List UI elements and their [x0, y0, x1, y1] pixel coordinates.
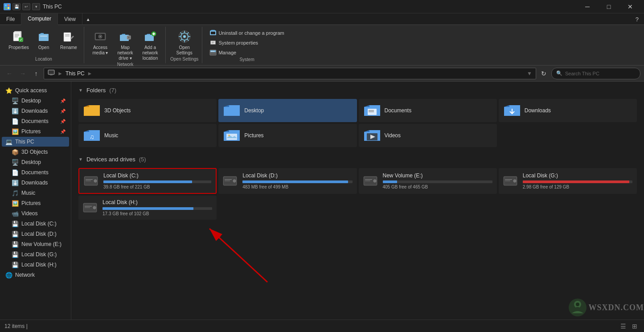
up-button[interactable]: ↑ [30, 68, 42, 79]
drives-title: Devices and drives [86, 156, 135, 163]
properties-button[interactable]: ✓ Properties [7, 29, 30, 51]
sidebar-videos-label: Videos [21, 210, 66, 217]
open-label: Open [38, 45, 49, 50]
forward-button[interactable]: → [17, 68, 29, 79]
svg-text:♫: ♫ [90, 133, 94, 140]
drive-c-bar-bg [103, 180, 211, 183]
folders-title: Folders [86, 87, 106, 94]
grid-view-button[interactable]: ⊞ [630, 321, 640, 331]
folder-documents[interactable]: Documents [359, 99, 497, 122]
system-properties-button[interactable]: System properties [207, 38, 287, 47]
open-settings-button[interactable]: OpenSettings [173, 29, 196, 57]
sidebar-item-this-pc[interactable]: 💻 This PC [2, 137, 69, 147]
sidebar-item-desktop2[interactable]: 🖥️ Desktop [2, 157, 69, 167]
videos-icon: 📹 [12, 210, 19, 217]
svg-rect-1 [8, 4, 9, 6]
access-media-button[interactable]: Accessmedia ▾ [89, 29, 112, 57]
drive-volume-e[interactable]: New Volume (E:) 405 GB free of 465 GB [359, 168, 497, 194]
add-network-location-button[interactable]: Add a networklocation [139, 29, 162, 62]
close-button[interactable]: ✕ [620, 0, 640, 13]
drive-g-bar-fill [523, 180, 629, 183]
3d-objects-folder-icon [83, 102, 101, 119]
sidebar-item-local-d[interactable]: 💾 Local Disk (D:) [2, 229, 69, 239]
drive-local-c[interactable]: Local Disk (C:) 39.8 GB free of 221 GB [78, 168, 217, 194]
sidebar-item-local-c[interactable]: 💾 Local Disk (C:) [2, 219, 69, 229]
sidebar-item-volume-e[interactable]: 💾 New Volume (E:) [2, 239, 69, 249]
help-button[interactable]: ? [630, 13, 644, 25]
maximize-button[interactable]: □ [599, 0, 619, 13]
videos-folder-icon [363, 127, 381, 143]
svg-rect-3 [8, 7, 9, 9]
sidebar-item-documents[interactable]: 📄 Documents 📌 [2, 116, 69, 126]
folder-pictures[interactable]: Pictures [218, 124, 357, 147]
sidebar-item-desktop[interactable]: 🖥️ Desktop 📌 [2, 96, 69, 106]
ribbon: File Computer View ▲ ? [0, 13, 644, 66]
sidebar-item-local-h[interactable]: 💾 Local Disk (H:) [2, 260, 69, 270]
tab-file[interactable]: File [0, 13, 21, 25]
map-network-drive-button[interactable]: Map networkdrive ▾ [114, 29, 137, 62]
folder-music[interactable]: ♫ Music [78, 124, 217, 147]
dropdown-quick-btn[interactable]: ▾ [32, 3, 40, 10]
sidebar-item-videos[interactable]: 📹 Videos [2, 209, 69, 218]
back-button[interactable]: ← [4, 68, 15, 79]
music-folder-icon: ♫ [83, 127, 101, 143]
save-quick-btn[interactable]: 💾 [12, 3, 21, 10]
tab-computer[interactable]: Computer [21, 13, 58, 25]
item-count-text: 12 items [4, 323, 25, 329]
drive-local-g[interactable]: Local Disk (G:) 2.98 GB free of 129 GB [499, 168, 637, 194]
manage-label: Manage [218, 50, 236, 55]
drive-e-bar-fill [383, 180, 397, 183]
list-view-button[interactable]: ☰ [618, 321, 628, 331]
folders-toggle[interactable]: ▼ [78, 88, 83, 93]
drive-local-h[interactable]: Local Disk (H:) 17.3 GB free of 102 GB [78, 196, 217, 220]
manage-button[interactable]: Manage [207, 48, 287, 57]
drives-toggle[interactable]: ▼ [78, 157, 83, 162]
address-this-pc: This PC [66, 70, 85, 77]
sidebar-item-pictures[interactable]: 🖼️ Pictures 📌 [2, 127, 69, 136]
svg-point-85 [576, 303, 579, 306]
drive-local-d[interactable]: Local Disk (D:) 483 MB free of 499 MB [218, 168, 357, 194]
folder-desktop[interactable]: Desktop [218, 99, 357, 122]
map-drive-label: Map networkdrive ▾ [115, 45, 136, 61]
sidebar-item-pictures2[interactable]: 🖼️ Pictures [2, 198, 69, 208]
drive-c-free: 39.8 GB free of 221 GB [103, 184, 211, 189]
refresh-button[interactable]: ↻ [538, 68, 550, 79]
undo-quick-btn[interactable]: ↩ [22, 3, 30, 10]
sidebar-item-3d-objects[interactable]: 📦 3D Objects [2, 147, 69, 157]
svg-point-60 [234, 180, 235, 181]
address-dropdown-arrow[interactable]: ▼ [527, 70, 532, 77]
documents-icon: 📄 [12, 118, 19, 125]
pictures-folder-icon [223, 127, 241, 143]
sidebar-item-network[interactable]: 🌐 Network [2, 270, 69, 280]
open-button[interactable]: Open [32, 29, 55, 51]
folder-3d-objects[interactable]: 3D Objects [78, 99, 217, 122]
ribbon-minimize-btn[interactable]: ▲ [82, 13, 94, 25]
uninstall-button[interactable]: Uninstall or change a program [207, 29, 287, 37]
sidebar-item-music[interactable]: 🎵 Music [2, 188, 69, 198]
tab-view[interactable]: View [58, 13, 82, 25]
volume-e-icon: 💾 [12, 241, 19, 248]
svg-rect-13 [64, 33, 71, 41]
address-separator: ► [57, 70, 63, 77]
sidebar-item-documents2[interactable]: 📄 Documents [2, 168, 69, 177]
sidebar-item-downloads2[interactable]: ⬇️ Downloads [2, 178, 69, 188]
address-separator2: ► [87, 70, 93, 77]
desktop-icon: 🖥️ [12, 97, 19, 104]
desktop-pin-icon: 📌 [60, 98, 66, 103]
folder-downloads[interactable]: Downloads [499, 99, 637, 122]
minimize-button[interactable]: ─ [577, 0, 598, 13]
sidebar-item-downloads[interactable]: ⬇️ Downloads 📌 [2, 106, 69, 116]
drive-e-bar-bg [383, 180, 492, 183]
sidebar-item-quick-access[interactable]: ⭐ Quick access [2, 86, 69, 95]
system-props-label: System properties [218, 40, 258, 45]
drive-h-name: Local Disk (H:) [103, 199, 212, 205]
rename-button[interactable]: Rename [57, 29, 80, 51]
folder-videos[interactable]: Videos [359, 124, 497, 147]
system-group-label: System [239, 57, 254, 64]
address-bar[interactable]: ► This PC ► ▼ [44, 68, 536, 79]
svg-point-78 [94, 207, 95, 208]
sidebar-item-local-g[interactable]: 💾 Local Disk (G:) [2, 250, 69, 259]
drive-c-bar-fill [103, 180, 192, 183]
add-location-icon [143, 29, 157, 44]
search-bar[interactable]: 🔍 Search This PC [551, 68, 640, 79]
